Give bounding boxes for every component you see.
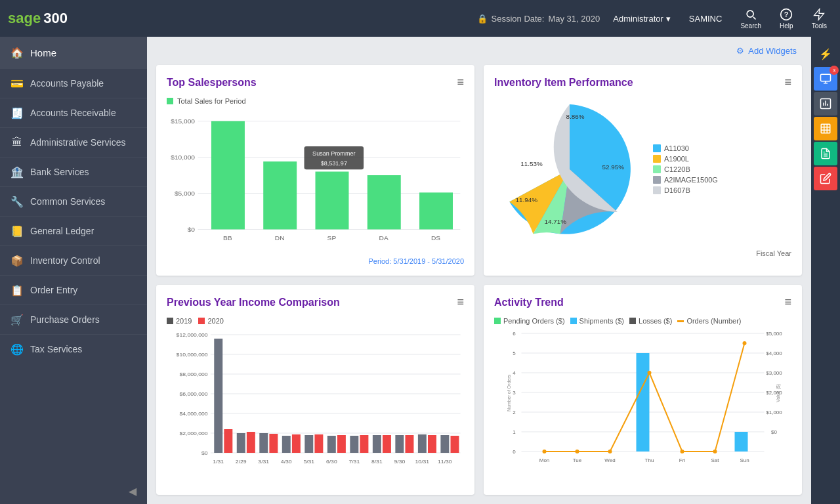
help-label: Help	[780, 22, 793, 30]
gear-icon: ⚙	[736, 46, 744, 56]
svg-rect-62	[428, 435, 436, 453]
legend-label-c1220b: C1220B	[664, 165, 690, 173]
legend-item-a1900l: A1900L	[653, 155, 718, 163]
svg-text:14.71%: 14.71%	[545, 218, 567, 225]
svg-rect-55	[269, 434, 278, 453]
svg-text:BB: BB	[223, 234, 232, 242]
svg-rect-118	[821, 74, 831, 81]
legend-color-c1220b	[653, 165, 661, 173]
legend-2019-label: 2019	[176, 317, 192, 325]
legend-item-d1607b: D1607B	[653, 186, 718, 194]
legend-color-a2image	[653, 176, 661, 184]
svg-point-108	[743, 341, 747, 345]
svg-text:9/30: 9/30	[394, 458, 405, 465]
sidebar-bank-services-label: Bank Services	[30, 167, 89, 177]
sidebar-item-general-ledger[interactable]: 📒 General Ledger	[0, 216, 147, 245]
widget-top-salespersons: Top Salespersons ≡ Total Sales for Perio…	[156, 65, 474, 276]
svg-text:$15,000: $15,000	[171, 117, 195, 125]
svg-point-102	[543, 450, 547, 453]
right-panel-edit-button[interactable]	[814, 167, 837, 190]
svg-point-106	[681, 450, 684, 453]
income-menu[interactable]: ≡	[457, 295, 464, 309]
legend-losses-dot	[629, 318, 636, 324]
legend-orders-dot	[677, 320, 684, 322]
svg-text:$6,000,000: $6,000,000	[179, 390, 208, 397]
sidebar-item-tax-services[interactable]: 🌐 Tax Services	[0, 334, 147, 364]
logo: sage 300	[8, 10, 68, 27]
top-salespersons-menu[interactable]: ≡	[457, 75, 464, 89]
sidebar-item-accounts-payable[interactable]: 💳 Accounts Payable	[0, 68, 147, 98]
tax-services-icon: 🌐	[10, 343, 24, 356]
sidebar-item-bank-services[interactable]: 🏦 Bank Services	[0, 157, 147, 186]
widget-inventory-performance: Inventory Item Performance ≡	[484, 65, 802, 276]
sidebar-item-inventory-control[interactable]: 📦 Inventory Control	[0, 245, 147, 275]
legend-2020-dot	[198, 318, 205, 324]
svg-text:2/29: 2/29	[236, 458, 247, 465]
common-services-icon: 🔧	[10, 195, 24, 208]
inventory-menu[interactable]: ≡	[784, 75, 791, 89]
svg-text:6: 6	[513, 331, 516, 337]
svg-text:$8,000,000: $8,000,000	[179, 371, 208, 377]
session-label: Session Date:	[492, 14, 545, 24]
home-icon: 🏠	[10, 46, 24, 59]
add-widgets-label: Add Widgets	[748, 46, 797, 56]
svg-text:$0: $0	[771, 429, 777, 435]
right-panel-table-button[interactable]	[814, 117, 837, 140]
legend-shipments-label: Shipments ($)	[579, 317, 624, 325]
svg-text:$1,000: $1,000	[766, 410, 782, 415]
sidebar-purchase-orders-label: Purchase Orders	[30, 314, 100, 325]
svg-text:$5,000: $5,000	[766, 331, 782, 337]
legend-color-d1607b	[653, 186, 661, 194]
sidebar-item-administrative-services[interactable]: 🏛 Administrative Services	[0, 127, 147, 157]
bank-services-icon: 🏦	[10, 165, 24, 178]
activity-menu[interactable]: ≡	[784, 295, 791, 309]
svg-rect-58	[337, 435, 346, 453]
svg-text:$2,000: $2,000	[766, 390, 782, 396]
chart-period: Period: 5/31/2019 - 5/31/2020	[167, 257, 464, 265]
svg-text:4/30: 4/30	[281, 458, 292, 465]
order-entry-icon: 📋	[10, 284, 24, 297]
svg-rect-42	[214, 339, 222, 453]
sidebar-item-purchase-orders[interactable]: 🛒 Purchase Orders	[0, 304, 147, 334]
right-panel-screen-button[interactable]: 3	[814, 67, 837, 91]
svg-rect-46	[304, 435, 313, 453]
svg-rect-16	[368, 175, 401, 230]
svg-rect-10	[211, 121, 245, 230]
svg-rect-48	[350, 436, 358, 453]
search-button[interactable]: Search	[735, 5, 766, 32]
svg-text:52.95%: 52.95%	[602, 163, 625, 171]
sidebar-item-common-services[interactable]: 🔧 Common Services	[0, 186, 147, 216]
admin-dropdown[interactable]: Administrator ▾	[608, 11, 676, 26]
legend-2019-dot	[167, 318, 173, 324]
help-button[interactable]: ? Help	[774, 5, 799, 32]
svg-text:Sun: Sun	[740, 457, 749, 463]
svg-text:3/31: 3/31	[258, 458, 269, 465]
legend-pending-label: Pending Orders ($)	[503, 317, 565, 325]
fiscal-year-label: Fiscal Year	[494, 249, 791, 257]
widget-header-inventory: Inventory Item Performance ≡	[494, 75, 791, 89]
widget-income-comparison: Previous Year Income Comparison ≡ 2019 2…	[156, 285, 474, 495]
add-widgets-button[interactable]: ⚙ Add Widgets	[731, 43, 802, 58]
sidebar-accounts-payable-label: Accounts Payable	[30, 78, 104, 89]
tools-button[interactable]: Tools	[807, 5, 832, 32]
activity-chart: 6 5 4 3 2 1 0 $5,000 $4,000 $3,000 $2,00…	[494, 327, 791, 478]
legend-losses-label: Losses ($)	[639, 317, 672, 325]
legend-orders-label: Orders (Number)	[686, 317, 741, 325]
right-panel-lightning-button[interactable]: ⚡	[814, 42, 837, 66]
inventory-title: Inventory Item Performance	[494, 77, 633, 89]
legend-2020-label: 2020	[207, 317, 223, 325]
svg-text:8.86%: 8.86%	[566, 113, 585, 120]
sidebar-item-order-entry[interactable]: 📋 Order Entry	[0, 275, 147, 304]
right-panel-doc-button[interactable]	[814, 142, 837, 165]
right-panel: ⚡ 3	[811, 37, 840, 504]
content-topbar: ⚙ Add Widgets	[156, 43, 802, 58]
svg-text:DA: DA	[379, 234, 388, 242]
sidebar-item-accounts-receivable[interactable]: 🧾 Accounts Receivable	[0, 98, 147, 127]
widget-header-activity: Activity Trend ≡	[494, 295, 791, 309]
sidebar-item-home[interactable]: 🏠 Home	[0, 37, 147, 68]
legend-color-a1900l	[653, 155, 661, 163]
svg-text:11.53%: 11.53%	[520, 160, 543, 167]
svg-rect-59	[360, 435, 368, 453]
sidebar-collapse-button[interactable]: ◀	[0, 478, 147, 504]
right-panel-analytics-button[interactable]	[814, 92, 837, 116]
